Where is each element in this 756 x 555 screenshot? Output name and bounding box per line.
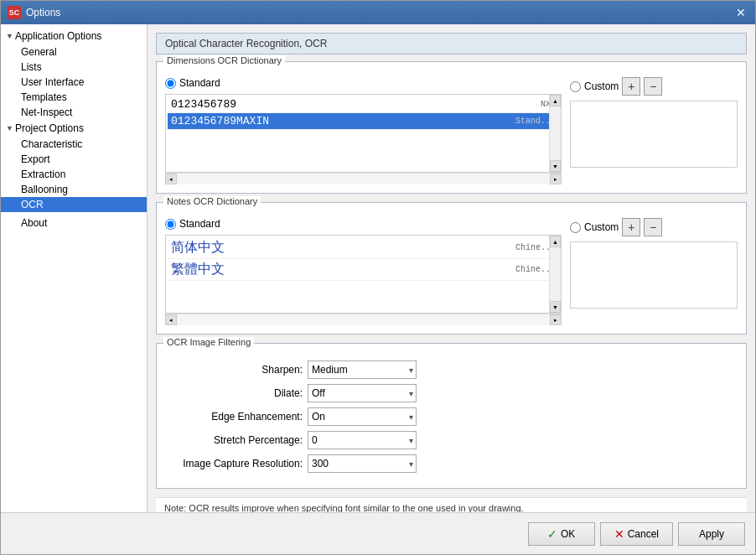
notes-custom-radio[interactable] [570, 222, 581, 233]
hscroll-left-btn[interactable]: ◂ [165, 174, 177, 184]
hscroll-right-btn[interactable]: ▸ [550, 174, 562, 184]
notes-add-btn[interactable]: + [622, 218, 640, 236]
sharpen-select[interactable]: Off Low Medium High [308, 360, 417, 379]
dimensions-dict-group: Dimensions OCR Dictionary Standard 01234… [156, 61, 747, 194]
dimensions-dict-content: Standard 0123456789 NX1 0123456789MAXIN [165, 77, 738, 184]
notes-row-1: 简体中文 Chine... [168, 237, 559, 259]
sidebar-group-label: Project Options [15, 122, 84, 134]
sidebar-item-export[interactable]: Export [1, 152, 147, 167]
dimensions-preview-content: 0123456789 NX1 0123456789MAXIN Stand... [166, 95, 561, 132]
filter-row-resolution: Image Capture Resolution: 150 300 600 [168, 454, 734, 473]
scroll-up-btn[interactable]: ▲ [550, 95, 561, 106]
dilate-select-wrapper: Off Low Medium High [308, 384, 417, 402]
sidebar-group-project-options[interactable]: ▼ Project Options [1, 120, 147, 137]
notes-dict-group: Notes OCR Dictionary Standard 简体中文 Chine… [156, 202, 747, 335]
sidebar-item-templates[interactable]: Templates [1, 90, 147, 105]
ok-check-icon: ✓ [547, 527, 557, 541]
resolution-select[interactable]: 150 300 600 [308, 454, 417, 473]
notes-standard-label: Standard [179, 218, 220, 230]
dimensions-hscrollbar: ◂ ▸ [165, 173, 562, 184]
edge-select-wrapper: Off On [308, 407, 417, 426]
hscroll-left-btn[interactable]: ◂ [165, 314, 177, 325]
sidebar-item-label: Lists [21, 61, 42, 73]
scroll-up-btn[interactable]: ▲ [550, 236, 561, 247]
sidebar-item-label: Templates [21, 91, 67, 103]
dilate-label: Dilate: [168, 387, 303, 399]
notes-dict-left: Standard 简体中文 Chine... 繁體中文 Chine... [165, 218, 562, 325]
hscroll-right-btn[interactable]: ▸ [550, 314, 562, 325]
sidebar-item-label: General [21, 46, 57, 58]
dimensions-preview-box: 0123456789 NX1 0123456789MAXIN Stand... … [165, 94, 562, 173]
dimensions-add-btn[interactable]: + [622, 77, 640, 96]
sidebar-group-application-options[interactable]: ▼ Application Options [1, 28, 147, 44]
dimensions-row-1-text: 0123456789 [171, 98, 541, 111]
sidebar-item-general[interactable]: General [1, 44, 147, 60]
dimensions-remove-btn[interactable]: − [644, 77, 662, 96]
sidebar-item-label: OCR [21, 199, 44, 210]
notes-custom-list [570, 241, 738, 309]
scroll-down-btn[interactable]: ▼ [550, 301, 561, 313]
notes-remove-btn[interactable]: − [644, 218, 662, 236]
sidebar-item-net-inspect[interactable]: Net-Inspect [1, 105, 147, 120]
cancel-x-icon: ✕ [614, 527, 624, 541]
sidebar-item-label: Extraction [21, 169, 65, 180]
apply-label: Apply [699, 528, 724, 540]
edge-select[interactable]: Off On [308, 407, 417, 426]
sidebar-item-lists[interactable]: Lists [1, 60, 147, 75]
dimensions-right-controls: Custom + − [570, 77, 738, 96]
sidebar-item-ballooning[interactable]: Ballooning [1, 182, 147, 197]
image-filtering-section: OCR Image Filtering Sharpen: Off Low Med… [156, 343, 747, 489]
filter-row-sharpen: Sharpen: Off Low Medium High [168, 360, 734, 379]
filter-row-edge: Edge Enhancement: Off On [168, 407, 734, 426]
notes-dict-right: Custom + − [570, 218, 738, 325]
footer: ✓ OK ✕ Cancel Apply [1, 512, 755, 554]
sidebar-item-label: Net-Inspect [21, 106, 72, 118]
apply-button[interactable]: Apply [678, 522, 745, 546]
note-text: Note: OCR results improve when specifyin… [156, 497, 747, 512]
cancel-button[interactable]: ✕ Cancel [600, 522, 673, 546]
sidebar-item-label: About [21, 217, 47, 229]
sidebar-item-extraction[interactable]: Extraction [1, 167, 147, 182]
close-button[interactable]: ✕ [733, 5, 748, 20]
dimensions-dict-legend: Dimensions OCR Dictionary [163, 55, 285, 65]
sidebar-item-ocr[interactable]: OCR [1, 197, 147, 212]
stretch-select-wrapper: 0 10 20 30 [308, 431, 417, 449]
notes-row-2-text: 繁體中文 [171, 261, 515, 278]
ok-button[interactable]: ✓ OK [528, 522, 595, 546]
notes-preview-box: 简体中文 Chine... 繁體中文 Chine... ▲ [165, 235, 562, 314]
dimensions-custom-radio[interactable] [570, 81, 581, 92]
sidebar-item-label: Ballooning [21, 184, 68, 195]
filter-row-stretch: Stretch Percentage: 0 10 20 30 [168, 431, 734, 449]
cancel-label: Cancel [628, 528, 659, 540]
dimensions-standard-radio[interactable] [165, 78, 176, 89]
dimensions-custom-list [570, 101, 738, 168]
stretch-select[interactable]: 0 10 20 30 [308, 431, 417, 449]
filter-row-dilate: Dilate: Off Low Medium High [168, 384, 734, 402]
sidebar: ▼ Application Options General Lists User… [1, 24, 148, 512]
dilate-select[interactable]: Off Low Medium High [308, 384, 417, 402]
dimensions-row-1: 0123456789 NX1 [168, 96, 559, 113]
resolution-label: Image Capture Resolution: [168, 458, 303, 469]
edge-label: Edge Enhancement: [168, 411, 303, 423]
scroll-track [550, 247, 561, 301]
scroll-down-btn[interactable]: ▼ [550, 160, 561, 172]
dimensions-standard-radio-row: Standard [165, 77, 562, 89]
sidebar-item-label: Export [21, 153, 50, 165]
dimensions-custom-label: Custom [584, 80, 619, 92]
sidebar-item-about[interactable]: About [1, 215, 147, 231]
filter-fields: Sharpen: Off Low Medium High Dilate: [168, 360, 734, 473]
sidebar-item-characteristic[interactable]: Characteristic [1, 137, 147, 152]
titlebar-left: SC Options [8, 6, 60, 19]
notes-standard-radio[interactable] [165, 219, 176, 230]
dimensions-scrollbar: ▲ ▼ [549, 95, 561, 172]
notes-hscrollbar: ◂ ▸ [165, 314, 562, 325]
notes-dict-legend: Notes OCR Dictionary [163, 196, 261, 206]
expand-icon: ▼ [6, 32, 13, 40]
notes-right-controls: Custom + − [570, 218, 738, 236]
stretch-label: Stretch Percentage: [168, 434, 303, 446]
dimensions-dict-left: Standard 0123456789 NX1 0123456789MAXIN [165, 77, 562, 184]
sidebar-item-user-interface[interactable]: User Interface [1, 75, 147, 90]
notes-dict-content: Standard 简体中文 Chine... 繁體中文 Chine... [165, 218, 738, 325]
main-panel: Optical Character Recognition, OCR Dimen… [148, 24, 755, 512]
resolution-select-wrapper: 150 300 600 [308, 454, 417, 473]
